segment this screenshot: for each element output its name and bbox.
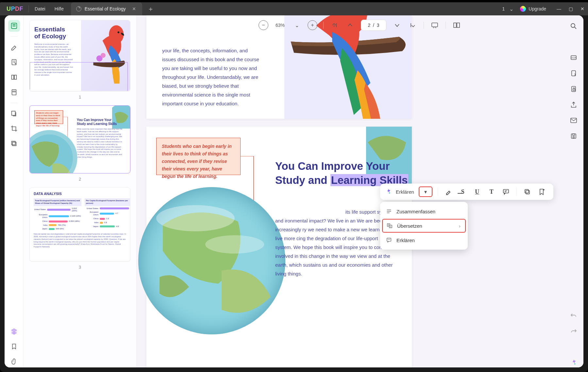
document-tab[interactable]: Essential of Ecology × (71, 2, 143, 15)
svg-text:文: 文 (390, 225, 392, 228)
table-row: Japan540 (5%) (34, 228, 81, 230)
svg-rect-27 (571, 118, 577, 123)
last-page-button[interactable] (408, 20, 418, 30)
svg-rect-26 (573, 89, 575, 91)
reading-mode-button[interactable] (452, 20, 462, 30)
save-icon[interactable] (569, 131, 579, 141)
menu-summarize[interactable]: Zusammenfassen (380, 204, 468, 218)
zoom-out-button[interactable]: − (259, 20, 268, 30)
menu-translate[interactable]: A文 Übersetzen › (382, 219, 466, 233)
redo-button[interactable] (569, 326, 579, 336)
globe-illustration (137, 186, 287, 336)
attachment-tool[interactable] (8, 356, 20, 367)
quote-box: Students who can begin early in their li… (156, 138, 241, 175)
zoom-dropdown[interactable]: ⌄ (292, 20, 302, 30)
svg-rect-5 (14, 75, 16, 80)
doc-tab-icon (76, 6, 81, 11)
view-toolbar: − 63% ⌄ + (137, 17, 583, 33)
ai-action-label[interactable]: Erklären (396, 189, 414, 195)
svg-rect-40 (525, 189, 529, 193)
organize-tool[interactable] (8, 71, 20, 83)
comment-icon[interactable] (501, 186, 511, 197)
first-page-button[interactable] (329, 20, 339, 30)
svg-point-48 (390, 239, 390, 240)
table-row: United States9.7 (85, 207, 130, 210)
table-row: India780 (7%) (34, 224, 81, 227)
highlight-icon[interactable] (443, 186, 454, 197)
layers-tool[interactable] (8, 326, 20, 337)
close-window-button[interactable]: ✕ (580, 6, 585, 11)
ai-assistant-icon[interactable] (569, 358, 579, 367)
thumb-number-1: 1 (29, 95, 130, 99)
bookmark-add-icon[interactable] (536, 186, 547, 197)
chevron-down-icon[interactable]: ⌄ (509, 6, 513, 12)
copy-icon[interactable] (522, 186, 532, 197)
bookmark-tool[interactable] (8, 341, 20, 352)
strikethrough-icon[interactable]: S (458, 186, 468, 197)
upgrade-button[interactable]: Upgrade (517, 5, 549, 13)
chevron-right-icon: › (459, 223, 461, 229)
thumbnails-tool[interactable] (8, 20, 20, 32)
svg-rect-39 (526, 190, 529, 194)
crop-tool[interactable] (8, 123, 20, 134)
upgrade-icon (520, 6, 526, 12)
thumbnail-page-1[interactable]: Essentials of Ecology Welcome to environ… (29, 20, 130, 91)
table-row: European Union4.7 (85, 211, 130, 216)
svg-rect-4 (11, 75, 13, 80)
svg-point-36 (156, 205, 235, 231)
app-logo: UPDF (3, 6, 27, 12)
next-page-button[interactable] (392, 20, 402, 30)
protect-icon[interactable] (569, 84, 579, 94)
zoom-in-button[interactable]: + (308, 20, 317, 30)
close-tab-button[interactable]: × (132, 6, 136, 12)
left-toolbar (5, 15, 24, 367)
undo-button[interactable] (569, 310, 579, 320)
edit-tool[interactable] (8, 56, 20, 68)
form-tool[interactable] (8, 86, 20, 98)
table-row: China1.6 (85, 218, 130, 220)
thumbnail-page-3[interactable]: DATA ANALYSIS Total Ecological Footprint… (29, 187, 130, 261)
svg-text:OCR: OCR (571, 57, 576, 59)
maximize-button[interactable]: ▢ (568, 6, 574, 11)
svg-rect-19 (454, 23, 456, 27)
minimize-button[interactable]: — (556, 6, 562, 11)
table-row: India0.8 (85, 221, 130, 224)
tab-count: 1 (502, 6, 505, 11)
menu-help[interactable]: Hilfe (50, 4, 68, 14)
ai-icon (385, 188, 392, 195)
thumbnail-page-2[interactable]: Students who can begin early in their li… (29, 105, 130, 173)
batch-tool[interactable] (8, 138, 20, 150)
presentation-button[interactable] (430, 20, 440, 30)
selection-toolbar: Erklären ▾ S U T (380, 184, 553, 200)
right-toolbar: OCR (564, 15, 583, 367)
table-row: China2,050 (18%) (34, 220, 81, 223)
menu-explain[interactable]: Erklären (380, 233, 468, 247)
text-icon[interactable]: T (486, 186, 497, 197)
doc-tab-title: Essential of Ecology (85, 6, 126, 11)
page-2-view: Students who can begin early in their li… (146, 127, 412, 367)
svg-rect-2 (12, 26, 15, 27)
svg-point-30 (573, 136, 575, 138)
svg-point-37 (205, 235, 264, 254)
svg-rect-8 (11, 111, 15, 115)
menu-file[interactable]: Datei (30, 4, 50, 14)
compare-tool[interactable] (8, 108, 20, 119)
table-row: European Union2,160 (19%) (34, 214, 81, 219)
table-row: Japan4.8 (85, 225, 130, 228)
table-row: United States2,810 (25%) (34, 207, 81, 213)
page-number-input[interactable] (361, 20, 386, 31)
ocr-icon[interactable]: OCR (569, 53, 579, 62)
highlighter-tool[interactable] (8, 41, 20, 53)
thumbnail-panel: Essentials of Ecology Welcome to environ… (24, 15, 137, 367)
document-viewport[interactable]: − 63% ⌄ + OCR (137, 15, 583, 367)
page2-heading: You Can Improve Your Study and Learning … (275, 159, 408, 187)
svg-rect-9 (12, 142, 16, 146)
svg-rect-7 (13, 91, 15, 92)
ai-dropdown-button[interactable]: ▾ (419, 186, 432, 197)
new-tab-button[interactable]: ＋ (147, 5, 154, 13)
underline-icon[interactable]: U (472, 186, 482, 197)
share-icon[interactable] (569, 100, 579, 110)
email-icon[interactable] (569, 115, 579, 125)
convert-icon[interactable] (569, 68, 579, 78)
prev-page-button[interactable] (345, 20, 355, 30)
